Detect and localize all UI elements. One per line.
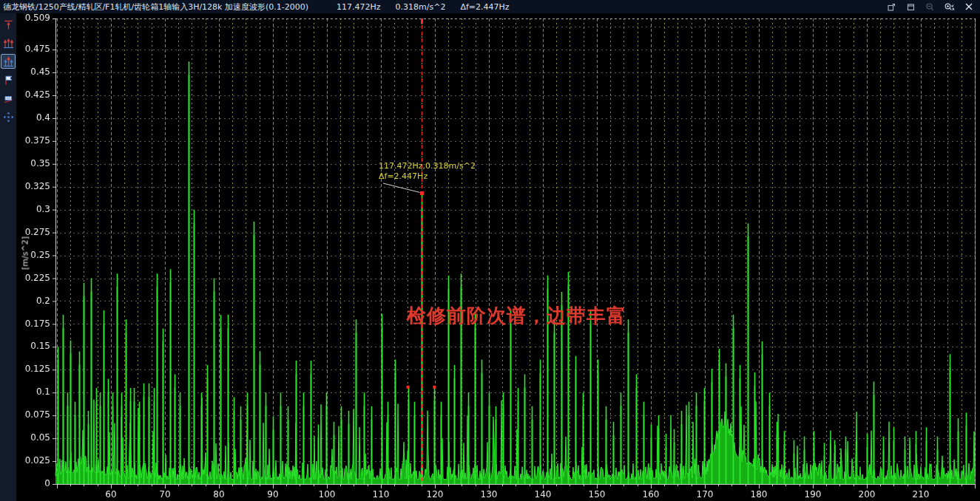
spectrum-chart-area: [m/s^2] 117.472Hz,0.318m/s^2 Δf=2.447Hz … bbox=[16, 13, 980, 501]
cursor-toolbar bbox=[0, 13, 16, 501]
main-area: [m/s^2] 117.472Hz,0.318m/s^2 Δf=2.447Hz … bbox=[0, 13, 980, 501]
flag-marker-button[interactable] bbox=[1, 72, 16, 87]
zoom-fit-button[interactable] bbox=[944, 1, 955, 13]
cursor-annotation-line2: Δf=2.447Hz bbox=[379, 171, 476, 182]
single-cursor-icon bbox=[3, 19, 14, 30]
single-cursor-button[interactable] bbox=[1, 17, 16, 32]
harmonic-cursor-button[interactable] bbox=[1, 35, 16, 50]
flag-list-icon bbox=[3, 93, 14, 104]
float-window-button[interactable] bbox=[905, 1, 916, 13]
title-bar: 德龙钢铁/1250产线/精轧区/F1轧机/齿轮箱1轴输入3H/128k 加速度波… bbox=[0, 0, 980, 13]
restore-window-button[interactable] bbox=[886, 1, 897, 13]
cursor-annotation-line1: 117.472Hz,0.318m/s^2 bbox=[379, 161, 476, 171]
zoom-out-button[interactable] bbox=[925, 1, 936, 13]
sideband-cursor-icon bbox=[3, 56, 14, 67]
close-button[interactable] bbox=[963, 1, 974, 13]
spectrum-plot[interactable] bbox=[16, 13, 980, 501]
measurement-path: 德龙钢铁/1250产线/精轧区/F1轧机/齿轮箱1轴输入3H/128k 加速度波… bbox=[3, 1, 308, 13]
cursor-frequency-readout: 117.472Hz bbox=[337, 2, 381, 12]
float-window-icon bbox=[906, 2, 916, 12]
flag-marker-icon bbox=[3, 75, 14, 86]
y-axis-unit-label: [m/s^2] bbox=[21, 231, 30, 276]
zoom-out-icon bbox=[925, 2, 935, 12]
cursor-annotation: 117.472Hz,0.318m/s^2 Δf=2.447Hz bbox=[379, 161, 476, 182]
cursor-amplitude-readout: 0.318m/s^2 bbox=[396, 2, 446, 12]
diagnosis-annotation: 检修前阶次谱，边带丰富 bbox=[407, 303, 626, 329]
move-pan-icon bbox=[3, 112, 14, 123]
close-icon bbox=[964, 2, 973, 11]
sideband-cursor-button[interactable] bbox=[1, 54, 16, 69]
move-pan-button[interactable] bbox=[1, 109, 16, 124]
flag-list-button[interactable] bbox=[1, 91, 16, 106]
zoom-fit-icon bbox=[944, 2, 955, 12]
harmonic-cursor-icon bbox=[3, 38, 14, 49]
window-controls bbox=[886, 1, 980, 13]
delta-f-readout: Δf=2.447Hz bbox=[460, 2, 509, 12]
restore-window-icon bbox=[887, 2, 896, 12]
